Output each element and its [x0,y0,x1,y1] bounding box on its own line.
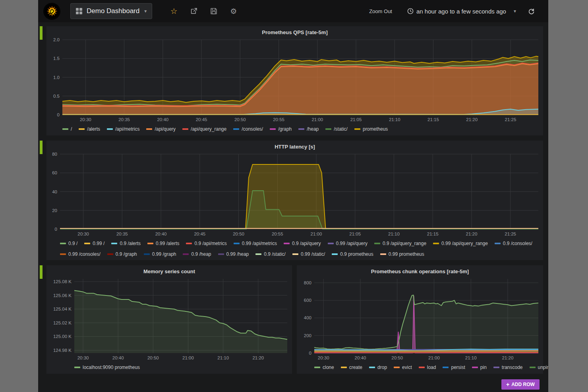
svg-text:20:40: 20:40 [112,355,124,360]
legend-item[interactable]: /alerts [79,126,100,132]
legend-item[interactable]: /heap [298,126,319,132]
legend-swatch [111,243,117,244]
svg-text:21:10: 21:10 [388,232,400,236]
dashboard-picker[interactable]: Demo Dashboard ▾ [70,3,152,19]
legend-swatch [74,367,80,368]
legend-label: 0.99 /consoles/ [68,251,101,257]
dashboard-grid-icon [76,8,82,14]
legend-label: persist [451,365,465,370]
legend-swatch [107,253,113,255]
time-range-picker[interactable]: an hour ago to a few seconds ago ▾ [407,8,516,15]
svg-text:21:00: 21:00 [428,355,440,360]
legend-item[interactable]: /static/ [325,126,348,132]
legend-item[interactable]: 0.9 / [60,241,77,246]
legend-item[interactable]: /api/query_range [182,126,226,132]
legend-item[interactable]: create [341,365,362,370]
legend-item[interactable]: 0.99 /static/ [292,251,325,257]
legend-swatch [332,253,338,255]
legend-item[interactable]: /api/query [146,126,176,132]
legend-item[interactable]: 0.99 /heap [218,251,249,257]
svg-text:20:35: 20:35 [116,232,128,236]
legend-item[interactable]: /api/metrics [107,126,139,132]
legend-item[interactable]: 0.99 /api/query_range [433,241,488,246]
legend-label: 0.9 / [68,241,77,246]
legend-item[interactable]: 0.9 /graph [107,251,137,257]
legend-item[interactable]: 0.9 /api/query [284,241,321,246]
panel-title[interactable]: Prometheus chunk operations [rate-5m] [297,265,543,276]
legend-item[interactable]: 0.9 /api/metrics [186,241,226,246]
grafana-logo[interactable] [43,3,60,20]
legend-item[interactable]: 0.9 /alerts [111,241,141,246]
panel-title[interactable]: HTTP latency [s] [46,141,543,152]
panel-title[interactable]: Memory series count [46,265,292,276]
legend-label: /consoles/ [242,126,263,132]
legend-label: 0.9 /api/metrics [194,241,226,246]
legend-item[interactable]: drop [369,365,387,370]
legend-item[interactable]: unpin [530,365,548,370]
legend-item[interactable]: 0.99 /consoles/ [60,251,101,257]
legend-item[interactable]: persist [443,365,465,370]
legend-item[interactable]: /consoles/ [233,126,263,132]
row-handle-2[interactable] [40,141,43,154]
legend-swatch [314,367,320,368]
memory-legend: localhost:9090 prometheus [46,362,292,373]
chunk-ops-legend: clonecreatedropevictloadpersistpintransc… [297,362,543,373]
legend-swatch [60,243,66,244]
legend-swatch [186,243,192,244]
share-button[interactable] [190,8,197,15]
legend-label: 0.9 /static/ [264,251,286,257]
legend-label: 0.9 /alerts [120,241,141,246]
legend-label: create [349,365,362,370]
svg-text:125.00 K: 125.00 K [53,334,72,339]
legend-swatch [419,367,425,368]
legend-item[interactable]: 0.9 /api/query_range [374,241,426,246]
legend-item[interactable]: / [62,126,72,132]
panel-title[interactable]: Prometheus QPS [rate-5m] [46,26,543,37]
svg-text:20:30: 20:30 [77,232,89,236]
legend-label: 0.99 /graph [152,251,176,257]
refresh-button[interactable] [528,8,535,15]
row-handle-3[interactable] [40,265,43,279]
qps-plot[interactable]: 20:3020:3520:4020:4520:5020:5521:0021:05… [46,37,543,124]
legend-item[interactable]: 0.99 /alerts [147,241,179,246]
star-icon: ☆ [170,8,178,15]
svg-text:600: 600 [304,298,311,303]
legend-item[interactable]: evict [394,365,412,370]
legend-item[interactable]: prometheus [354,126,388,132]
save-icon [210,8,217,15]
legend-item[interactable]: 0.99 prometheus [380,251,424,257]
legend-item[interactable]: 0.99 /api/metrics [234,241,277,246]
latency-plot[interactable]: 20:3020:3520:4020:4520:5020:5521:0021:05… [46,152,543,238]
chunk-ops-plot[interactable]: 20:3020:4020:5021:0021:1021:200200400600… [297,276,543,362]
svg-text:1.5: 1.5 [53,56,60,61]
legend-label: prometheus [363,126,388,132]
legend-item[interactable]: 0.99 / [84,241,104,246]
legend-item[interactable]: localhost:9090 prometheus [74,365,140,370]
zoom-out-button[interactable]: Zoom Out [369,8,392,14]
legend-label: / [71,126,72,132]
svg-text:20:40: 20:40 [155,232,167,236]
add-row-button[interactable]: + ADD ROW [501,379,540,390]
legend-item[interactable]: transcode [493,365,523,370]
svg-text:0: 0 [55,227,57,232]
settings-button[interactable]: ⚙ [230,8,237,15]
legend-item[interactable]: 0.9 /consoles/ [495,241,532,246]
legend-item[interactable]: 0.99 /api/query [328,241,368,246]
star-button[interactable]: ☆ [170,8,178,15]
add-row-label: ADD ROW [511,382,535,387]
legend-item[interactable]: 0.99 /graph [144,251,176,257]
legend-label: transcode [502,365,523,370]
legend-item[interactable]: pin [472,365,487,370]
save-button[interactable] [210,8,217,15]
svg-text:400: 400 [304,315,311,320]
svg-text:21:00: 21:00 [182,355,194,360]
memory-plot[interactable]: 20:3020:4020:5021:0021:1021:20124.98 K12… [46,276,292,362]
legend-item[interactable]: 0.9 /heap [183,251,211,257]
legend-item[interactable]: /graph [270,126,292,132]
legend-label: 0.99 /api/query_range [441,241,488,246]
legend-item[interactable]: 0.9 /static/ [255,251,286,257]
legend-item[interactable]: 0.9 prometheus [332,251,373,257]
legend-item[interactable]: load [419,365,436,370]
legend-item[interactable]: clone [314,365,334,370]
row-handle-1[interactable] [40,26,43,40]
